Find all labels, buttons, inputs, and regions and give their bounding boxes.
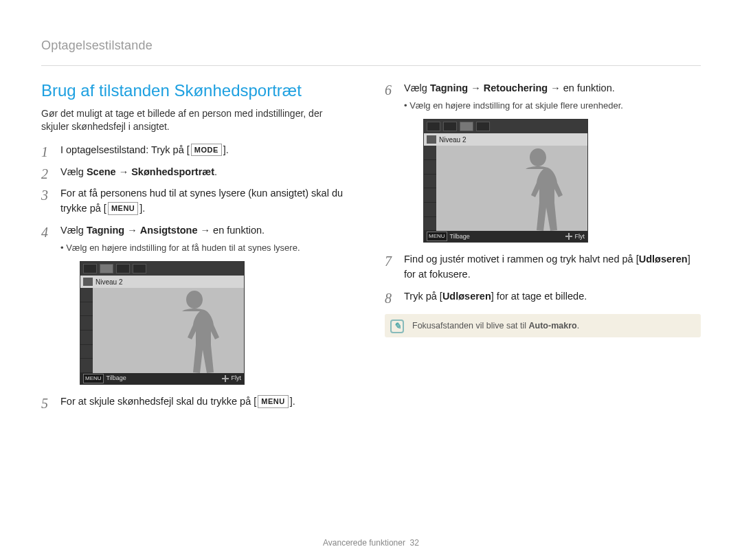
right-column: Vælg Tagning → Retouchering → en funktio… [385,81,701,416]
step-6: Vælg Tagning → Retouchering → en funktio… [385,81,701,243]
section-header: Optagelsestilstande [41,38,701,53]
step-7: Find og justér motivet i rammen og tryk … [385,252,701,282]
ss1-move-label: Flyt [232,374,242,383]
ss1-side-icon [80,345,93,359]
step-6-b2: Retouchering [484,82,548,93]
step-2-post: . [214,166,217,177]
step-5: For at skjule skønhedsfejl skal du trykk… [41,394,357,410]
ss2-move-label: Flyt [575,232,585,242]
step-6-b1: Tagning [430,82,468,93]
step-8-b: Udløseren [442,291,491,302]
ss2-subbar: Niveau 2 [424,133,587,146]
step-6-arr2: → en funktion. [548,82,615,93]
page-title: Brug af tilstanden Skønhedsportræt [41,81,357,100]
ss1-tab [83,264,97,273]
ss2-tab [427,122,440,131]
footer-page: 32 [410,538,419,548]
ss2-level-label: Niveau 2 [439,135,466,145]
note-icon: ✎ [390,320,404,333]
ss1-side-icon [80,316,93,331]
ss2-side-icon [424,188,436,203]
ss2-side-icon [424,146,436,160]
step-2-b2: Skønhedsportræt [131,166,214,177]
step-3-pre: For at få personens hud til at synes lys… [60,188,343,214]
page-footer: Avancerede funktioner 32 [0,538,742,548]
step-8-post: ] for at tage et billede. [491,291,587,302]
intro-text: Gør det muligt at tage et billede af en … [41,107,337,133]
ss2-back-label: Tilbage [450,232,470,242]
ss1-tab-active [100,264,113,273]
step-2-arrow: → [116,166,132,177]
step-4-b1: Tagning [87,225,124,236]
step-7-b: Udløseren [639,254,688,265]
ss1-side-icon [80,359,93,373]
footer-label: Avancerede funktioner [323,538,405,548]
step-2-b1: Scene [87,166,116,177]
ss1-side-icon [80,288,93,302]
step-4-arr2: → en funktion. [198,225,265,236]
ss1-tab [133,264,146,273]
person-silhouette-icon [509,146,567,231]
dpad-icon [565,233,572,240]
menu-button-icon: MENU [258,395,288,408]
step-3: For at få personens hud til at synes lys… [41,186,357,216]
ss2-side-icon [424,175,436,189]
step-1-text-pre: I optagelsestilstand: Tryk på [ [60,144,190,155]
step-2-pre: Vælg [60,166,87,177]
step-1-text-post: ]. [223,144,229,155]
left-column: Brug af tilstanden Skønhedsportræt Gør d… [41,81,357,416]
ss2-sidebar [424,146,436,231]
step-1: I optagelsestilstand: Tryk på [MODE]. [41,143,357,158]
ss1-tab [116,264,130,273]
ss2-top-tabs [424,120,587,133]
ss1-body [80,288,244,373]
ss1-menu-icon: MENU [83,374,104,383]
note-b: Auto-makro [529,321,577,331]
menu-button-icon: MENU [108,202,138,215]
ss1-top-tabs [80,262,244,276]
step-6-pre: Vælg [404,82,430,93]
divider [41,65,701,66]
ss2-menu-icon: MENU [427,232,447,241]
step-4-arr1: → [124,225,140,236]
step-7-pre: Find og justér motivet i rammen og tryk … [404,254,639,265]
ss2-sub-icon [427,135,436,144]
step-4-b2: Ansigtstone [140,225,198,236]
step-5-post: ]. [290,396,295,407]
ss1-sub-icon [83,278,93,286]
ss2-tab [476,122,490,131]
step-2: Vælg Scene → Skønhedsportræt. [41,165,357,180]
ss1-subbar: Niveau 2 [80,276,244,288]
camera-screenshot-1: Niveau 2 [80,261,245,385]
step-5-pre: For at skjule skønhedsfejl skal du trykk… [60,396,256,407]
step-3-post: ]. [139,203,145,214]
ss1-side-icon [80,302,93,317]
person-silhouette-icon [166,288,223,373]
ss2-side-icon [424,160,436,175]
ss1-back-label: Tilbage [106,374,126,383]
ss2-body [424,146,587,231]
info-note: ✎ Fokusafstanden vil blive sat til Auto-… [385,314,701,337]
step-8-pre: Tryk på [ [404,291,442,302]
step-6-arr1: → [468,82,484,93]
ss2-tab [443,122,457,131]
ss2-bottom-bar: MENU Tilbage Flyt [424,231,587,242]
ss2-tab-active [460,122,473,131]
mode-button-icon: MODE [191,144,222,157]
ss2-side-icon [424,203,436,217]
step-4: Vælg Tagning → Ansigtstone → en funktion… [41,223,357,385]
ss2-side-icon [424,217,436,232]
dpad-icon [222,375,229,382]
step-4-sub: Vælg en højere indstilling for at få hud… [60,241,357,255]
ss1-side-icon [80,331,93,345]
ss1-bottom-bar: MENU Tilbage Flyt [80,373,244,384]
content-columns: Brug af tilstanden Skønhedsportræt Gør d… [41,81,701,416]
step-8: Tryk på [Udløseren] for at tage et bille… [385,289,701,304]
note-post: . [577,321,579,331]
ss1-level-label: Niveau 2 [95,277,122,287]
camera-screenshot-2: Niveau 2 [423,119,588,243]
step-6-sub: Vælg en højere indstilling for at skjule… [404,99,701,113]
ss1-sidebar [80,288,93,373]
note-pre: Fokusafstanden vil blive sat til [412,321,529,331]
step-4-pre: Vælg [60,225,87,236]
